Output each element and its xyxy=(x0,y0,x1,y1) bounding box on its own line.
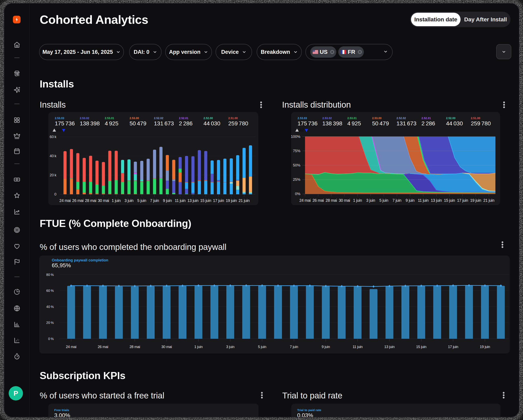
svg-text:17 juin: 17 juin xyxy=(448,345,458,349)
svg-text:131 673: 131 673 xyxy=(396,120,417,127)
svg-text:2.53.00: 2.53.00 xyxy=(130,116,139,120)
svg-text:30 mai: 30 mai xyxy=(339,198,350,203)
svg-text:2.53.00: 2.53.00 xyxy=(372,116,382,120)
svg-text:2.52.00: 2.52.00 xyxy=(446,116,456,120)
svg-text:2.52.02: 2.52.02 xyxy=(396,116,406,120)
svg-text:65,95%: 65,95% xyxy=(52,262,71,268)
svg-text:1 juin: 1 juin xyxy=(194,345,203,349)
svg-text:30 mai: 30 mai xyxy=(98,198,109,203)
svg-text:50 479: 50 479 xyxy=(372,120,389,127)
svg-text:1/2: 1/2 xyxy=(57,128,61,132)
svg-text:175 736: 175 736 xyxy=(298,120,318,127)
svg-text:2.53.01: 2.53.01 xyxy=(105,116,114,120)
svg-text:13 juin: 13 juin xyxy=(431,198,442,203)
svg-text:20 %: 20 % xyxy=(46,321,54,325)
svg-text:0: 0 xyxy=(54,192,57,196)
svg-text:26 mai: 26 mai xyxy=(312,198,324,203)
svg-text:24 mai: 24 mai xyxy=(299,198,311,203)
svg-text:2.52.02: 2.52.02 xyxy=(154,116,163,120)
svg-text:259 780: 259 780 xyxy=(471,120,491,127)
svg-text:60 k: 60 k xyxy=(49,135,57,139)
svg-text:0,03%: 0,03% xyxy=(297,412,313,418)
svg-text:44 030: 44 030 xyxy=(204,120,220,127)
svg-text:19 juin: 19 juin xyxy=(470,198,481,203)
svg-text:13 juin: 13 juin xyxy=(187,198,198,203)
svg-text:75%: 75% xyxy=(293,149,300,153)
svg-text:60 %: 60 % xyxy=(46,289,54,293)
svg-text:2.51.00: 2.51.00 xyxy=(228,116,238,120)
svg-text:3 juin: 3 juin xyxy=(366,198,375,203)
svg-text:28 mai: 28 mai xyxy=(85,198,96,203)
svg-text:24 mai: 24 mai xyxy=(66,345,76,349)
svg-text:26 mai: 26 mai xyxy=(72,198,83,203)
svg-text:7 juin: 7 juin xyxy=(290,345,298,349)
svg-text:4 925: 4 925 xyxy=(105,120,118,127)
svg-text:50%: 50% xyxy=(293,163,300,167)
svg-text:40 k: 40 k xyxy=(49,154,57,158)
svg-text:2.53.01: 2.53.01 xyxy=(347,116,357,120)
svg-text:5 juin: 5 juin xyxy=(137,198,146,203)
svg-text:1 juin: 1 juin xyxy=(112,198,121,203)
svg-text:2.52.01: 2.52.01 xyxy=(421,116,431,120)
svg-text:3 juin: 3 juin xyxy=(226,345,234,349)
svg-text:11 juin: 11 juin xyxy=(352,345,363,349)
svg-text:25%: 25% xyxy=(293,177,300,181)
svg-text:17 juin: 17 juin xyxy=(213,198,224,203)
svg-text:5 juin: 5 juin xyxy=(258,345,266,349)
svg-text:5 juin: 5 juin xyxy=(379,198,388,203)
svg-text:1 juin: 1 juin xyxy=(353,198,362,203)
svg-text:9 juin: 9 juin xyxy=(406,198,414,203)
svg-text:19 juin: 19 juin xyxy=(226,198,237,203)
svg-text:259 780: 259 780 xyxy=(228,120,248,127)
svg-text:2.53.02: 2.53.02 xyxy=(322,116,332,120)
svg-text:Free trials: Free trials xyxy=(54,408,69,412)
svg-text:2.51.00: 2.51.00 xyxy=(471,116,480,120)
svg-text:2.53.03: 2.53.03 xyxy=(298,116,307,120)
svg-text:50 479: 50 479 xyxy=(130,120,146,127)
svg-text:28 mai: 28 mai xyxy=(326,198,337,203)
svg-text:Trial to paid rate: Trial to paid rate xyxy=(297,408,321,412)
svg-text:2.52.00: 2.52.00 xyxy=(204,116,213,120)
svg-text:21 juin: 21 juin xyxy=(483,198,494,203)
svg-text:0 %: 0 % xyxy=(48,337,54,341)
svg-text:2.53.02: 2.53.02 xyxy=(80,116,89,120)
svg-text:28 mai: 28 mai xyxy=(130,345,140,349)
svg-text:9 juin: 9 juin xyxy=(321,345,330,349)
svg-text:2 286: 2 286 xyxy=(421,120,435,127)
svg-text:7 juin: 7 juin xyxy=(150,198,159,203)
svg-text:44 030: 44 030 xyxy=(446,120,463,127)
svg-text:11 juin: 11 juin xyxy=(418,198,428,203)
svg-text:26 mai: 26 mai xyxy=(98,345,108,349)
svg-text:175 736: 175 736 xyxy=(55,120,75,127)
svg-text:1/2: 1/2 xyxy=(299,128,304,132)
svg-text:131 673: 131 673 xyxy=(154,120,174,127)
svg-text:2 286: 2 286 xyxy=(179,120,193,127)
svg-text:19 juin: 19 juin xyxy=(480,345,490,349)
svg-text:30 mai: 30 mai xyxy=(161,345,172,349)
svg-text:13 juin: 13 juin xyxy=(384,345,395,349)
svg-text:80 %: 80 % xyxy=(46,273,54,277)
svg-text:17 juin: 17 juin xyxy=(457,198,468,203)
svg-text:7 juin: 7 juin xyxy=(392,198,401,203)
svg-text:40 %: 40 % xyxy=(46,305,54,309)
svg-text:3 juin: 3 juin xyxy=(124,198,133,203)
svg-text:100%: 100% xyxy=(291,134,300,139)
svg-text:2.53.03: 2.53.03 xyxy=(55,116,64,120)
svg-text:0%: 0% xyxy=(295,192,300,196)
svg-text:9 juin: 9 juin xyxy=(163,198,172,203)
svg-text:4 925: 4 925 xyxy=(347,120,361,127)
svg-text:21 juin: 21 juin xyxy=(238,198,250,203)
svg-text:138 398: 138 398 xyxy=(80,120,100,127)
svg-text:11 juin: 11 juin xyxy=(175,198,185,203)
svg-text:20 k: 20 k xyxy=(49,173,57,177)
svg-text:15 juin: 15 juin xyxy=(200,198,211,203)
svg-text:15 juin: 15 juin xyxy=(444,198,455,203)
svg-text:Onboarding paywall completion: Onboarding paywall completion xyxy=(52,258,108,262)
svg-text:2.52.01: 2.52.01 xyxy=(179,116,188,120)
svg-text:24 mai: 24 mai xyxy=(59,198,71,203)
svg-text:3,00%: 3,00% xyxy=(54,412,70,418)
svg-text:15 juin: 15 juin xyxy=(416,345,426,349)
svg-text:138 398: 138 398 xyxy=(322,120,342,127)
